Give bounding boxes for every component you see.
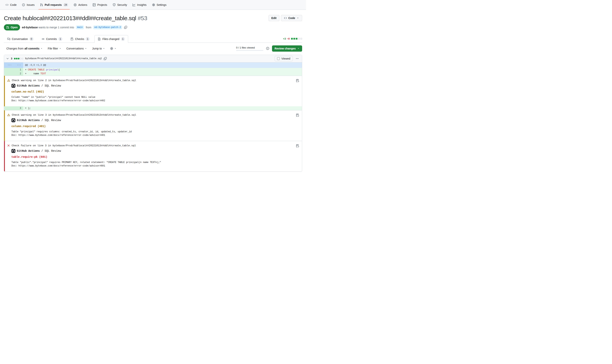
- check-body: Table "public"."principal" requires PRIM…: [12, 161, 293, 168]
- chevron-down-icon: [85, 47, 87, 50]
- diff-line-3: 3 + );: [4, 106, 302, 110]
- annotation-checklist-icon[interactable]: [296, 144, 299, 147]
- nav-label: Insights: [137, 3, 146, 6]
- checklist-icon: [70, 38, 74, 40]
- check-suite-name[interactable]: GitHub Actions / SQL Review: [17, 149, 61, 153]
- info-icon[interactable]: [266, 47, 269, 50]
- comment-discussion-icon: [7, 38, 10, 40]
- diffstat-block-empty: [298, 38, 300, 39]
- hunk-expander[interactable]: ···: [4, 63, 13, 68]
- chevron-down-icon: [59, 47, 61, 50]
- nav-label: Projects: [97, 3, 107, 6]
- viewed-checkbox[interactable]: [277, 57, 280, 60]
- diff-settings-dropdown[interactable]: [110, 47, 117, 50]
- diffstat-summary: +3 −0: [283, 37, 302, 42]
- x-failure-icon: [7, 144, 10, 147]
- new-line-number[interactable]: 3: [13, 106, 23, 110]
- deletions-count: −0: [287, 37, 290, 40]
- base-branch-label[interactable]: main: [76, 26, 84, 29]
- pull-requests-counter: 24: [63, 3, 68, 7]
- nav-label: Pull requests: [45, 3, 62, 6]
- review-changes-button[interactable]: Review changes: [272, 45, 302, 52]
- check-rule-title: column.required (401): [12, 125, 293, 128]
- conversations-dropdown[interactable]: Conversations: [67, 47, 87, 50]
- warning-triangle-icon: [7, 114, 10, 117]
- nav-item-code[interactable]: Code: [3, 0, 18, 10]
- git-pull-request-icon: [40, 3, 43, 6]
- files-viewed-progress: 0 / 1 files viewed: [236, 46, 263, 51]
- nav-item-projects[interactable]: Projects: [91, 0, 109, 10]
- code-button[interactable]: Code: [281, 15, 302, 21]
- github-actions-avatar: [12, 84, 15, 88]
- pr-tabs-row: Conversation 0 Commits 1 Checks 1 Files …: [4, 35, 302, 43]
- changes-from-value: all commits: [25, 47, 40, 50]
- tab-counter: 1: [86, 37, 90, 41]
- copy-branch-icon[interactable]: [124, 26, 127, 29]
- tab-checks[interactable]: Checks 1: [67, 35, 93, 43]
- hunk-expander[interactable]: ···: [13, 63, 23, 68]
- tab-files-changed[interactable]: Files changed 1: [94, 35, 128, 43]
- pr-author-link[interactable]: ed-bytebase: [22, 26, 38, 29]
- pr-meta: Open ed-bytebase wants to merge 1 commit…: [4, 24, 302, 30]
- new-line-number[interactable]: 1: [13, 68, 23, 72]
- annotation-checklist-icon[interactable]: [296, 114, 299, 117]
- tab-conversation[interactable]: Conversation 0: [4, 35, 37, 43]
- check-annotation-warning-402: Check warning on line 2 in bytebase/Prod…: [4, 76, 302, 106]
- file-filter-dropdown[interactable]: File filter: [48, 47, 61, 50]
- head-branch-label[interactable]: ed-bytebase-patch-2: [93, 26, 122, 29]
- collapse-chevron-icon[interactable]: [6, 57, 9, 60]
- code-icon: [5, 3, 9, 6]
- tab-commits[interactable]: Commits 1: [38, 35, 66, 43]
- tab-label: Files changed: [102, 38, 119, 40]
- check-message: Check warning on line 3 in bytebase/Prod…: [12, 114, 136, 117]
- diffstat-block-empty: [300, 38, 302, 39]
- nav-item-security[interactable]: Security: [111, 0, 129, 10]
- check-suite-name[interactable]: GitHub Actions / SQL Review: [17, 119, 61, 122]
- old-line-number[interactable]: [4, 72, 13, 76]
- nav-item-insights[interactable]: Insights: [131, 0, 148, 10]
- tab-label: Checks: [75, 38, 84, 40]
- nav-item-settings[interactable]: Settings: [150, 0, 169, 10]
- changes-from-dropdown[interactable]: Changes from all commits: [6, 47, 43, 50]
- diffstat-block-filled: [291, 38, 293, 39]
- gear-icon: [152, 3, 155, 6]
- tab-label: Conversation: [12, 38, 28, 40]
- play-icon: [74, 3, 77, 6]
- gear-icon: [110, 47, 113, 50]
- file-diffstat-blocks: [14, 58, 23, 59]
- diffstat-block-filled: [293, 38, 295, 39]
- tab-counter: 0: [29, 37, 33, 41]
- conversations-label: Conversations: [67, 47, 84, 50]
- annotation-checklist-icon[interactable]: [296, 79, 299, 82]
- nav-item-actions[interactable]: Actions: [72, 0, 89, 10]
- viewed-toggle[interactable]: Viewed: [275, 56, 293, 61]
- old-line-number[interactable]: [4, 106, 13, 110]
- status-badge-label: Open: [11, 26, 18, 29]
- jump-to-dropdown[interactable]: Jump to: [92, 47, 105, 50]
- nav-item-issues[interactable]: Issues: [20, 0, 36, 10]
- diff-line-1: 1 + CREATE TABLE principal(: [4, 68, 302, 72]
- viewed-label: Viewed: [281, 57, 290, 60]
- copy-path-icon[interactable]: [104, 57, 107, 60]
- git-pull-request-icon: [6, 26, 9, 29]
- shield-icon: [113, 3, 116, 6]
- warning-triangle-icon: [7, 79, 10, 82]
- nav-label: Security: [117, 3, 127, 6]
- diffstat-block-filled: [296, 38, 297, 39]
- kebab-menu-icon[interactable]: [294, 57, 300, 60]
- file-diff-card: 3 bytebase/Prod/hublocal##20221013##ddl#…: [4, 55, 302, 172]
- pr-header: Create hublocal##20221013##ddl##create_t…: [4, 14, 302, 22]
- diff-line-2: 2 + name TEXT: [4, 72, 302, 76]
- pr-number: #53: [138, 15, 147, 21]
- edit-button[interactable]: Edit: [268, 15, 279, 21]
- new-line-number[interactable]: 2: [13, 72, 23, 76]
- hunk-header-text: @@ -0,0 +1,3 @@: [23, 63, 302, 68]
- tab-counter: 1: [58, 37, 62, 41]
- jump-to-label: Jump to: [92, 47, 102, 50]
- check-body: Table "principal" requires columns: crea…: [12, 130, 293, 137]
- check-suite-name[interactable]: GitHub Actions / SQL Review: [17, 84, 61, 87]
- file-path[interactable]: bytebase/Prod/hublocal##20221013##ddl##c…: [25, 57, 102, 60]
- nav-item-pull-requests[interactable]: Pull requests 24: [38, 0, 70, 10]
- tab-counter: 1: [121, 37, 125, 41]
- old-line-number[interactable]: [4, 68, 13, 72]
